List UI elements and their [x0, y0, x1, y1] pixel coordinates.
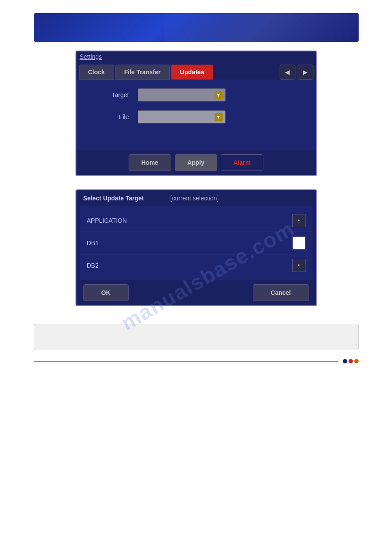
target-dropdown-arrow-icon: ▼ [215, 91, 223, 99]
nav-prev-button[interactable]: ◀ [280, 65, 295, 80]
target-label: Target [94, 91, 129, 98]
apply-button[interactable]: Apply [175, 154, 217, 171]
footer-dot-1 [343, 359, 347, 363]
footer-dots [343, 359, 359, 363]
settings-panel: Settings Clock File Transfer Updates ◀ ▶… [76, 51, 317, 176]
home-button[interactable]: Home [129, 154, 171, 171]
file-select[interactable]: ▼ [138, 110, 226, 123]
dialog-checkbox-db2[interactable]: • [292, 259, 306, 272]
dialog-header: Select Update Target [current selection] [76, 190, 316, 206]
dialog-checkbox-application[interactable]: • [292, 214, 306, 227]
dialog-item-label-application: APPLICATION [87, 217, 127, 224]
file-row: File ▼ [94, 110, 298, 123]
footer-line [34, 361, 338, 362]
note-box [34, 324, 359, 350]
dialog-item-application: APPLICATION • [80, 210, 313, 232]
settings-content: Target ▼ File ▼ [76, 80, 316, 150]
dialog-item-db1: DB1 [80, 232, 313, 254]
dialog-buttons: OK Cancel [76, 280, 316, 305]
tab-clock[interactable]: Clock [79, 65, 114, 80]
file-label: File [94, 113, 129, 120]
footer-dot-2 [349, 359, 353, 363]
file-dropdown-arrow-icon: ▼ [215, 113, 223, 121]
ok-button[interactable]: OK [83, 284, 129, 301]
nav-next-button[interactable]: ▶ [298, 65, 313, 80]
cancel-button[interactable]: Cancel [253, 284, 309, 301]
alarm-button[interactable]: Alarm [221, 154, 264, 171]
target-select[interactable]: ▼ [138, 88, 226, 102]
footer [34, 359, 359, 372]
footer-dot-3 [354, 359, 359, 363]
dialog-item-label-db2: DB2 [87, 262, 99, 269]
dialog-panel: Select Update Target [current selection]… [76, 189, 317, 306]
dialog-item-label-db1: DB1 [87, 239, 99, 247]
tab-file-transfer[interactable]: File Transfer [115, 65, 170, 80]
tab-updates[interactable]: Updates [171, 65, 213, 80]
dialog-title: Select Update Target [83, 195, 144, 202]
header-banner [34, 13, 359, 42]
dialog-subtitle: [current selection] [170, 195, 219, 202]
dialog-checkbox-db1[interactable] [292, 236, 306, 250]
dialog-item-db2: DB2 • [80, 254, 313, 276]
tabs-row: Clock File Transfer Updates ◀ ▶ [76, 62, 316, 80]
settings-buttons-row: Home Apply Alarm [76, 150, 316, 175]
settings-title: Settings [76, 51, 316, 62]
dialog-list: APPLICATION • DB1 DB2 • [80, 206, 313, 280]
target-row: Target ▼ [94, 88, 298, 102]
